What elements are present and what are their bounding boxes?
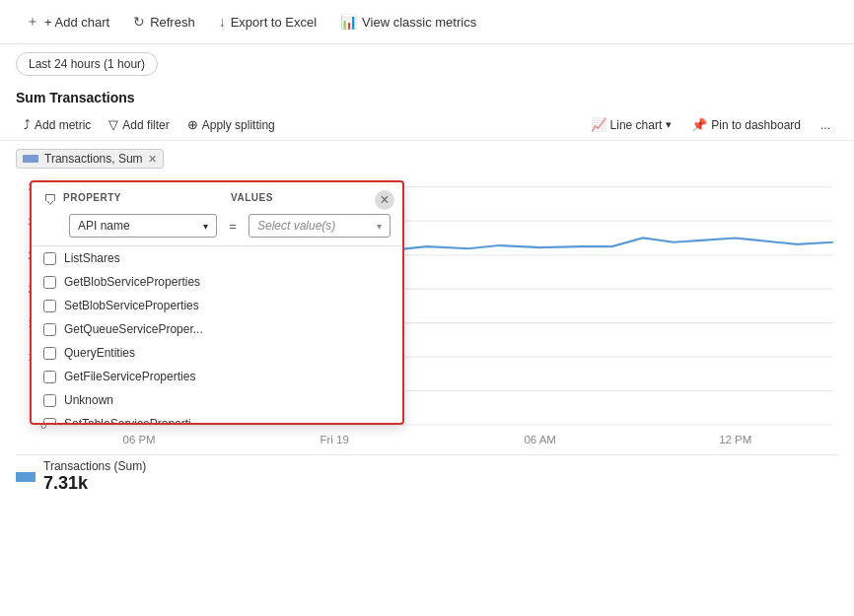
dropdown-item-checkbox[interactable] xyxy=(43,300,56,312)
values-placeholder: Select value(s) xyxy=(257,219,335,233)
filter-funnel-icon: ⛉ xyxy=(43,192,57,208)
refresh-button[interactable]: ↻ Refresh xyxy=(123,9,205,34)
property-chevron-icon: ▾ xyxy=(203,221,208,232)
export-label: Export to Excel xyxy=(231,15,317,30)
dropdown-item[interactable]: QueryEntities xyxy=(32,341,402,365)
pin-label: Pin to dashboard xyxy=(711,118,801,132)
chart-area: Transactions, Sum × ⛉ PROPERTY VALUES × xyxy=(0,141,854,506)
dropdown-item-label: Unknown xyxy=(64,393,113,407)
filter-tag: Transactions, Sum × xyxy=(16,149,164,169)
property-value: API name xyxy=(78,219,130,233)
filter-tag-color xyxy=(23,155,38,163)
chart-toolbar: ⤴ Add metric ▽ Add filter ⊕ Apply splitt… xyxy=(0,109,854,141)
dropdown-item-label: GetBlobServiceProperties xyxy=(64,275,200,289)
values-col-header: VALUES xyxy=(231,192,391,203)
svg-text:12 PM: 12 PM xyxy=(719,433,751,445)
dropdown-item-checkbox[interactable] xyxy=(43,347,56,360)
legend-info: Transactions (Sum) 7.31k xyxy=(43,459,146,494)
values-chevron-icon: ▾ xyxy=(377,221,382,232)
values-select[interactable]: Select value(s) ▾ xyxy=(249,214,391,238)
dropdown-item[interactable]: SetTableServiceProperti... xyxy=(32,412,402,423)
dropdown-item-label: GetFileServiceProperties xyxy=(64,370,195,383)
equals-sign: = xyxy=(223,219,243,234)
add-chart-button[interactable]: ＋ + Add chart xyxy=(16,8,119,35)
metrics-icon: 📊 xyxy=(340,14,357,30)
time-range-bar: Last 24 hours (1 hour) xyxy=(0,44,854,84)
filter-popup-close-button[interactable]: × xyxy=(375,190,394,210)
filter-popup-header: ⛉ PROPERTY VALUES × xyxy=(32,182,402,214)
dropdown-item[interactable]: GetFileServiceProperties xyxy=(32,365,402,388)
splitting-icon: ⊕ xyxy=(187,117,198,132)
property-select[interactable]: API name ▾ xyxy=(69,214,217,238)
view-classic-button[interactable]: 📊 View classic metrics xyxy=(330,9,486,34)
line-chart-button[interactable]: 📈 Line chart ▾ xyxy=(583,113,680,136)
chevron-down-icon: ▾ xyxy=(666,118,672,131)
property-col-header: PROPERTY xyxy=(63,192,211,203)
chart-legend: Transactions (Sum) 7.31k xyxy=(16,454,838,498)
dropdown-item-label: QueryEntities xyxy=(64,346,135,360)
dropdown-item-label: GetQueueServiceProper... xyxy=(64,322,203,336)
dropdown-item[interactable]: GetQueueServiceProper... xyxy=(32,317,402,341)
legend-color-block xyxy=(16,472,36,482)
refresh-label: Refresh xyxy=(150,15,195,30)
dropdown-item-checkbox[interactable] xyxy=(43,276,56,289)
legend-label: Transactions (Sum) xyxy=(43,459,146,473)
add-metric-button[interactable]: ⤴ Add metric xyxy=(16,113,99,136)
dropdown-item-checkbox[interactable] xyxy=(43,323,56,336)
dropdown-item[interactable]: SetBlobServiceProperties xyxy=(32,294,402,317)
svg-text:Fri 19: Fri 19 xyxy=(320,433,349,445)
top-toolbar: ＋ + Add chart ↻ Refresh ↓ Export to Exce… xyxy=(0,0,854,44)
chart-title: Sum Transactions xyxy=(0,84,854,109)
line-chart-icon: 📈 xyxy=(591,117,606,132)
dropdown-item[interactable]: Unknown xyxy=(32,388,402,412)
apply-splitting-button[interactable]: ⊕ Apply splitting xyxy=(179,113,283,136)
refresh-icon: ↻ xyxy=(133,14,145,30)
dropdown-item-checkbox[interactable] xyxy=(43,394,56,407)
pin-icon: 📌 xyxy=(691,117,707,132)
filter-tag-label: Transactions, Sum xyxy=(44,152,143,166)
add-metric-icon: ⤴ xyxy=(24,117,31,132)
time-range-label: Last 24 hours (1 hour) xyxy=(29,57,145,71)
property-col: PROPERTY xyxy=(63,192,211,203)
filter-bar: Transactions, Sum × xyxy=(16,149,838,169)
add-filter-button[interactable]: ▽ Add filter xyxy=(101,113,177,136)
add-filter-icon: ▽ xyxy=(108,117,118,132)
dropdown-item-checkbox[interactable] xyxy=(43,418,56,424)
add-filter-label: Add filter xyxy=(122,118,169,132)
add-chart-icon: ＋ xyxy=(26,13,39,31)
svg-text:06 PM: 06 PM xyxy=(123,433,156,445)
dropdown-item-label: ListShares xyxy=(64,251,120,265)
dropdown-item[interactable]: GetBlobServiceProperties xyxy=(32,270,402,294)
add-metric-label: Add metric xyxy=(35,118,91,132)
apply-splitting-label: Apply splitting xyxy=(202,118,275,132)
dropdown-item-checkbox[interactable] xyxy=(43,252,56,265)
time-range-button[interactable]: Last 24 hours (1 hour) xyxy=(16,52,158,76)
dropdown-item-label: SetBlobServiceProperties xyxy=(64,299,199,312)
pin-dashboard-button[interactable]: 📌 Pin to dashboard xyxy=(683,113,809,136)
line-chart-label: Line chart xyxy=(610,118,663,132)
legend-value: 7.31k xyxy=(43,473,146,494)
chart-toolbar-right: 📈 Line chart ▾ 📌 Pin to dashboard ... xyxy=(583,113,838,136)
classic-metrics-label: View classic metrics xyxy=(362,15,476,30)
dropdown-item[interactable]: ListShares xyxy=(32,246,402,270)
chart-toolbar-left: ⤴ Add metric ▽ Add filter ⊕ Apply splitt… xyxy=(16,113,283,136)
export-icon: ↓ xyxy=(219,14,226,30)
values-col-header-wrap: VALUES xyxy=(231,192,391,203)
filter-icon-col: ⛉ xyxy=(43,192,63,208)
dropdown-list: ListSharesGetBlobServicePropertiesSetBlo… xyxy=(32,245,402,423)
filter-tag-close[interactable]: × xyxy=(149,152,157,166)
more-label: ... xyxy=(820,118,830,132)
export-excel-button[interactable]: ↓ Export to Excel xyxy=(209,9,326,34)
filter-popup: ⛉ PROPERTY VALUES × API name ▾ = Select … xyxy=(30,180,404,425)
add-chart-label: + Add chart xyxy=(44,15,109,30)
dropdown-item-label: SetTableServiceProperti... xyxy=(64,417,201,423)
more-options-button[interactable]: ... xyxy=(813,114,838,136)
svg-text:06 AM: 06 AM xyxy=(524,433,555,445)
filter-popup-controls: API name ▾ = Select value(s) ▾ xyxy=(32,214,402,245)
dropdown-item-checkbox[interactable] xyxy=(43,371,56,383)
